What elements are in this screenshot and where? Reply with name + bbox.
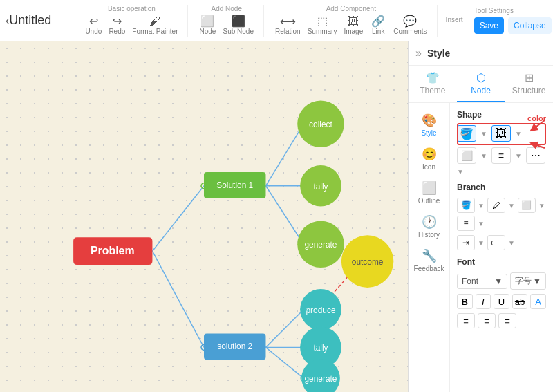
- structure-icon: ⊞: [525, 71, 534, 84]
- emoji-icon: 😊: [422, 147, 437, 162]
- branch-fill-dropdown[interactable]: ▼: [478, 202, 485, 209]
- svg-text:Solution 1: Solution 1: [216, 180, 253, 190]
- branch-align-button[interactable]: ≡: [457, 216, 475, 231]
- font-color-button[interactable]: A: [530, 294, 546, 309]
- svg-text:collect: collect: [309, 120, 332, 129]
- comments-button[interactable]: 💬Comments: [391, 15, 429, 37]
- line-arrow: ▼: [515, 152, 522, 160]
- toolbar-buttons-basic: ↩Undo ↪Redo 🖌Format Painter: [82, 15, 180, 37]
- tool-settings-buttons: Save Collapse 🔗 Share 📁 Export: [474, 17, 553, 34]
- svg-text:generate: generate: [304, 374, 337, 384]
- sidebar-style-icon[interactable]: 🎨 Style: [411, 109, 447, 141]
- relation-button[interactable]: ⟷Relation: [272, 15, 303, 37]
- outline-line-button[interactable]: ≡: [491, 147, 511, 164]
- toolbar-group-basic-label: Basic operation: [108, 5, 156, 12]
- tool-settings: Tool Settings Save Collapse 🔗 Share 📁 Ex…: [474, 7, 553, 34]
- undo-button[interactable]: ↩Undo: [82, 15, 104, 37]
- italic-button[interactable]: I: [476, 294, 491, 309]
- strikethrough-button[interactable]: ab: [512, 294, 528, 309]
- toolbar-group-add-component-label: Add Component: [326, 5, 376, 12]
- svg-text:solution 2: solution 2: [217, 342, 252, 351]
- outline-icon: ⬜: [422, 180, 437, 196]
- branch-align-dropdown[interactable]: ▼: [478, 220, 485, 227]
- sidebar-history-icon[interactable]: 🕐 History: [411, 210, 447, 243]
- toolbar-group-add-node: Add Node ⬜Node ⬛Sub Node: [196, 5, 263, 37]
- font-select-arrow: ▼: [494, 277, 503, 286]
- node-icon: ⬡: [476, 71, 486, 84]
- outline-dash-dropdown[interactable]: ▼: [457, 168, 464, 176]
- underline-button[interactable]: U: [494, 294, 509, 309]
- font-select-row: Font ▼ 字号 ▼: [457, 272, 546, 290]
- shape-style-row: 🪣 ▼ 🖼 ▼ shape: [457, 125, 546, 142]
- sidebar-feedback-icon[interactable]: 🔧 Feedback: [411, 244, 447, 277]
- outline-border-dropdown[interactable]: ▼: [480, 152, 487, 160]
- branch-indent-button[interactable]: ⇥: [457, 235, 475, 250]
- toolbar-group-insert: Insert: [446, 16, 470, 26]
- shape-dropdown-arrow[interactable]: ▼: [515, 130, 522, 138]
- branch-rect-button[interactable]: ⬜: [518, 198, 536, 213]
- panel-sidebar-icons: 🎨 Style 😊 Icon ⬜ Outline 🕐 History 🔧: [409, 103, 450, 392]
- svg-text:outcome: outcome: [352, 257, 384, 267]
- shape-fill-button[interactable]: 🪣: [457, 125, 476, 142]
- bl-arrow: ▼: [508, 202, 515, 209]
- sub-node-button[interactable]: ⬛Sub Node: [220, 15, 256, 37]
- branch-outdent-dropdown[interactable]: ▼: [508, 239, 515, 247]
- branch-line-dropdown[interactable]: ▼: [508, 202, 515, 209]
- branch-indent-dropdown[interactable]: ▼: [478, 239, 485, 247]
- branch-row-2: ⇥ ▼ ⟵ ▼: [457, 235, 546, 250]
- tab-node[interactable]: ⬡ Node: [457, 66, 505, 102]
- toolbar-group-add-node-label: Add Node: [211, 5, 241, 12]
- outline-line-dropdown[interactable]: ▼: [515, 152, 522, 160]
- branch-rect-dropdown[interactable]: ▼: [538, 202, 545, 209]
- save-button[interactable]: Save: [474, 17, 504, 34]
- bf-arrow: ▼: [478, 202, 485, 209]
- br-arrow: ▼: [538, 202, 545, 209]
- branch-fill-button[interactable]: 🪣: [457, 198, 475, 213]
- dash-arrow: ▼: [457, 168, 464, 176]
- branch-row-1: 🪣 ▼ 🖊 ▼ ⬜ ▼ ≡ ▼: [457, 198, 546, 231]
- svg-line-7: [265, 347, 303, 378]
- ba-arrow: ▼: [478, 220, 485, 227]
- branch-line-color-button[interactable]: 🖊: [487, 198, 505, 213]
- style-icon: 🎨: [422, 113, 437, 128]
- panel-content: Shape color 🪣 ▼ 🖼 ▼: [450, 103, 553, 392]
- panel-collapse-button[interactable]: »: [415, 47, 422, 59]
- shape-type-button[interactable]: 🖼: [491, 125, 511, 142]
- image-button[interactable]: 🖼Image: [341, 15, 366, 37]
- svg-text:Problem: Problem: [91, 245, 135, 256]
- link-button[interactable]: 🔗Link: [367, 15, 389, 37]
- outline-arrow: ▼: [480, 152, 487, 160]
- svg-line-4: [265, 186, 303, 245]
- sidebar-icon-icon[interactable]: 😊 Icon: [411, 142, 447, 175]
- font-size-select[interactable]: 字号 ▼: [510, 272, 546, 290]
- outline-dash-button[interactable]: ⋯: [526, 147, 545, 164]
- shape-arrow-icon: ▼: [515, 130, 522, 138]
- panel-title: Style: [427, 48, 450, 59]
- node-button[interactable]: ⬜Node: [196, 15, 218, 37]
- canvas-area[interactable]: Problem Solution 1 solution 2 collect ta…: [0, 41, 408, 392]
- bold-button[interactable]: B: [457, 294, 473, 309]
- sidebar-outline-icon[interactable]: ⬜ Outline: [411, 176, 447, 209]
- font-section: Font Font ▼ 字号 ▼ B I: [457, 257, 546, 328]
- summary-button[interactable]: ⬚Summary: [305, 15, 340, 37]
- text-align-center-button[interactable]: ≡: [478, 313, 496, 328]
- theme-icon: 👕: [426, 71, 440, 84]
- font-family-select[interactable]: Font ▼: [457, 274, 507, 289]
- bi-arrow: ▼: [478, 239, 485, 247]
- toolbar-group-insert-label: Insert: [446, 16, 463, 24]
- format-painter-button[interactable]: 🖌Format Painter: [129, 15, 180, 37]
- bo-arrow: ▼: [508, 239, 515, 247]
- text-align-right-button[interactable]: ≡: [498, 313, 516, 328]
- collapse-button[interactable]: Collapse: [508, 17, 552, 34]
- color-dropdown-arrow[interactable]: ▼: [480, 130, 487, 138]
- font-color-row: ≡ ≡ ≡: [457, 313, 546, 328]
- app-title: Untitled: [9, 13, 64, 28]
- redo-button[interactable]: ↪Redo: [106, 15, 128, 37]
- tab-theme[interactable]: 👕 Theme: [409, 66, 457, 102]
- branch-outdent-button[interactable]: ⟵: [487, 235, 505, 250]
- tab-structure[interactable]: ⊞ Structure: [505, 66, 553, 102]
- svg-text:tally: tally: [313, 343, 328, 353]
- outline-border-button[interactable]: ⬜: [457, 147, 476, 164]
- text-align-left-button[interactable]: ≡: [457, 313, 475, 328]
- svg-line-1: [152, 251, 204, 347]
